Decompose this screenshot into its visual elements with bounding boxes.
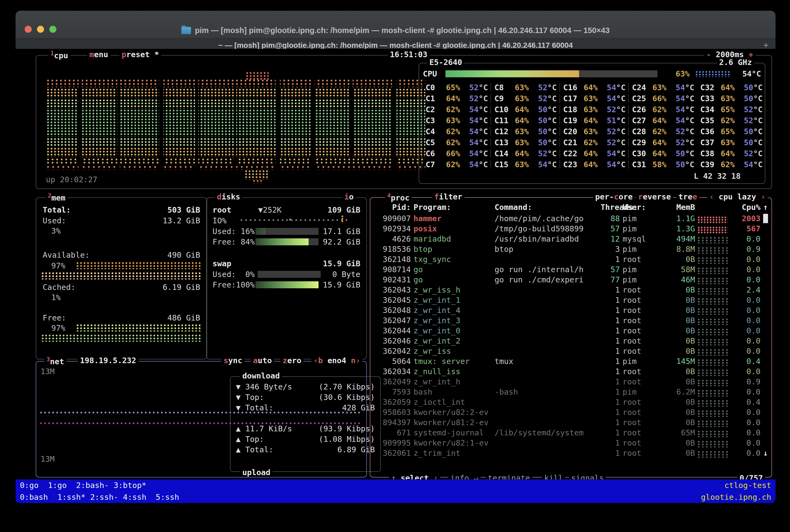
col-command[interactable]: Command: (495, 203, 598, 212)
close-button[interactable] (25, 26, 32, 33)
core-cell: C24 63% 54°C (628, 83, 697, 92)
process-row[interactable]: 362043 z_wr_iss_h 1 root 0B 2.4 (374, 285, 775, 295)
prev-interface-button[interactable]: ‹b (313, 356, 323, 365)
process-mem: 0B (663, 255, 695, 264)
process-row[interactable]: 908714 go go run ./internal/h 57 pim 58M… (374, 264, 775, 274)
core-load: 64% (515, 116, 528, 125)
core-load: 64% (446, 94, 460, 103)
process-cpu: 0.0 (730, 367, 760, 376)
process-cpu: 0.0 (730, 387, 760, 396)
tree-button[interactable]: tree (676, 192, 699, 201)
process-row[interactable]: 362061 z_trim_int 1 root 0B 0.0 ↓ (374, 448, 775, 458)
filter-button[interactable]: filter (432, 192, 464, 201)
net-zero-button[interactable]: zero (281, 356, 304, 365)
process-command: -bash (495, 387, 598, 396)
net-auto-button[interactable]: auto (251, 356, 274, 365)
tmux-windows-inner[interactable]: 0:bash 1:ssh* 2:ssh- 4:ssh 5:ssh (20, 493, 179, 502)
core-temp: 54°C (460, 127, 488, 136)
mem-available-percent: 97% (51, 261, 65, 270)
mem-box-title[interactable]: 2mem (45, 192, 68, 203)
col-user[interactable]: User: (622, 203, 661, 212)
process-row[interactable]: 909995 kworker/u82:1-ev 1 root 0B 0.0 (374, 438, 775, 448)
process-name: posix (413, 224, 492, 233)
core-temp: 52°C (735, 105, 763, 114)
process-row[interactable]: 7593 bash -bash 1 pim 6.2M 0.0 (374, 387, 775, 397)
col-memb[interactable]: MemB (663, 203, 695, 212)
minimize-button[interactable] (37, 26, 44, 33)
process-row[interactable]: 902431 go go run ./cmd/experi 77 pim 46M… (374, 274, 775, 285)
io-mode-button[interactable]: io (342, 192, 356, 201)
process-row[interactable]: 362042 z_wr_iss 1 root 0B 0.0 (374, 346, 775, 356)
sort-selector[interactable]: ‹ cpu lazy › (707, 192, 768, 201)
cpu-box-title[interactable]: 1cpu (48, 50, 70, 60)
cpu-model-label: E5-2640 (427, 58, 464, 67)
core-name: C24 (632, 83, 652, 92)
upload-top-row: ▲ Top:(1.08 Mibps) (236, 435, 375, 444)
clock: 16:51:03 (388, 50, 430, 59)
process-row[interactable]: 362047 z_wr_int_3 1 root 0B 0.0 (374, 316, 775, 326)
process-pid: 902431 (374, 275, 411, 284)
core-name: C37 (700, 138, 721, 147)
sort-prev-icon[interactable]: ‹ (709, 192, 714, 201)
net-box: 3net 198.19.5.232 sync auto zero ‹b eno4… (36, 361, 367, 477)
process-cpu: 0.0 (730, 418, 760, 427)
tmux-windows-outer[interactable]: 0:go 1:go 2:bash- 3:btop* (20, 481, 146, 490)
process-row[interactable]: 958603 kworker/u82:2-ev 1 root 0B 0.0 (374, 407, 775, 417)
core-load: 62% (721, 160, 735, 169)
process-row[interactable]: 362034 z_null_iss 1 root 0B 0.0 (374, 366, 775, 377)
process-pid: 894397 (374, 418, 411, 427)
menu-button[interactable]: menu (87, 50, 110, 59)
process-row[interactable]: 909007 hammer /home/pim/.cache/go 88 pim… (374, 213, 775, 224)
process-cpu-meter (698, 257, 728, 264)
next-interface-button[interactable]: n› (351, 356, 360, 365)
process-row[interactable]: 362044 z_wr_int_0 1 root 0B 0.0 (374, 326, 775, 336)
col-pid[interactable]: Pid: (374, 203, 411, 212)
process-pid: 908714 (374, 265, 411, 274)
process-row[interactable]: 902934 posix /tmp/go-build598899 57 pim … (374, 224, 775, 234)
mem-used-row: Used:13.2 GiB (43, 216, 200, 225)
io-tick (341, 215, 344, 223)
scrollbar-indicator[interactable]: █ (763, 214, 771, 223)
process-row[interactable]: 362049 z_wr_int_h 1 root 0B 0.9 (374, 377, 775, 387)
process-cpu-meter (698, 318, 728, 325)
process-row[interactable]: 362045 z_wr_int_1 1 root 0B 0.0 (374, 295, 775, 305)
sort-next-icon[interactable]: › (761, 192, 765, 201)
net-interface-switcher[interactable]: ‹b eno4 n› (311, 356, 363, 365)
net-box-title[interactable]: 3net (44, 356, 66, 366)
process-mem: 0B (663, 296, 695, 305)
col-threads[interactable]: Threads: (600, 203, 620, 212)
process-row[interactable]: 4626 mariadbd /usr/sbin/mariadbd 12 mysq… (374, 234, 775, 244)
per-core-button[interactable]: per-core (593, 192, 635, 201)
folder-icon (181, 27, 191, 34)
process-row[interactable]: 5064 tmux: server tmux 1 pim 145M 0.4 (374, 356, 775, 366)
process-row[interactable]: 918536 btop btop 3 pim 8.8M 0.9 (374, 244, 775, 254)
tab-title[interactable]: ~ — [mosh] pim@glootie.ipng.ch: /home/pi… (218, 41, 573, 50)
scrollbar-indicator[interactable]: ↓ (763, 449, 771, 458)
col-program[interactable]: Program: (413, 203, 492, 212)
interval-minus-button[interactable]: - (706, 50, 711, 59)
process-mem: 8.8M (663, 245, 695, 254)
core-name: C35 (700, 116, 721, 125)
process-cpu-meter (698, 440, 728, 448)
core-cell: C23 64% 54°C (559, 160, 628, 169)
io-dot (289, 218, 291, 221)
process-row[interactable]: 362048 z_wr_int_4 1 root 0B 0.0 (374, 305, 775, 316)
col-cpu[interactable]: Cpu% (730, 203, 760, 212)
zoom-button[interactable] (50, 26, 56, 33)
process-user: pim (622, 387, 661, 396)
core-name: C21 (563, 138, 584, 147)
cpu-temp-meter (696, 71, 730, 77)
process-cpu: 0.0 (730, 234, 760, 244)
process-row[interactable]: 894397 kworker/u81:2-ev 1 root 0B 0.0 (374, 417, 775, 428)
disks-box-title[interactable]: disks (215, 192, 242, 201)
core-temp: 52°C (529, 149, 557, 158)
process-row[interactable]: 362148 txg_sync 1 root 0B 0.0 (374, 254, 775, 264)
preset-button[interactable]: preset * (119, 50, 161, 59)
proc-box-title[interactable]: 4proc (385, 192, 412, 203)
process-pid: 362049 (374, 377, 411, 386)
net-sync-button[interactable]: sync (221, 356, 245, 365)
reverse-button[interactable]: reverse (636, 192, 673, 201)
process-row[interactable]: 362059 z_ioctl_int 1 root 0B 0.4 (374, 397, 775, 407)
process-row[interactable]: 362046 z_wr_int_2 1 root 0B 0.0 (374, 336, 775, 346)
process-row[interactable]: 671 systemd-journal /lib/systemd/system … (374, 428, 775, 438)
